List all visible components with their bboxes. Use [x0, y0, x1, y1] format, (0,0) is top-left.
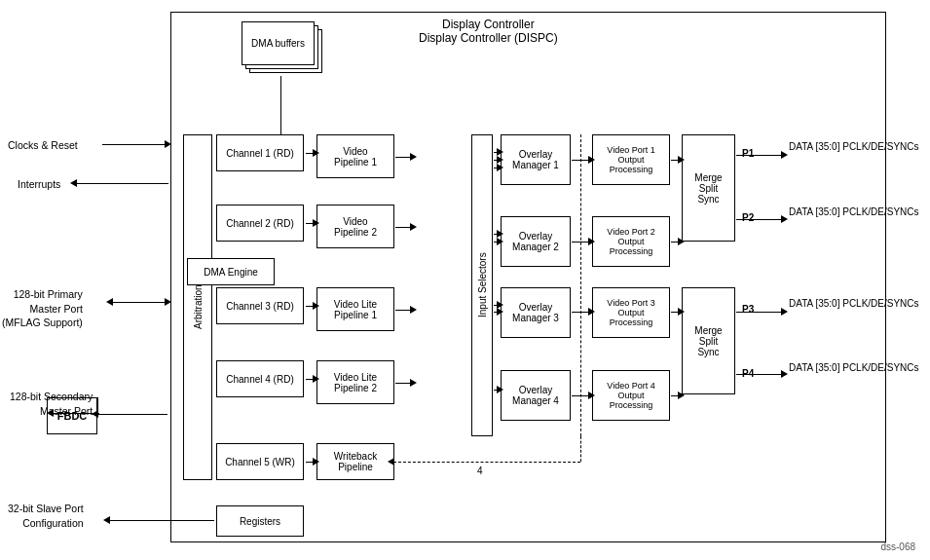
vport3-box: Video Port 3 Output Processing	[592, 287, 670, 338]
slave-port-label: 32-bit Slave PortConfiguration	[8, 502, 84, 530]
data-out3-label: DATA [35:0] PCLK/DE/SYNCs	[789, 298, 919, 309]
p2-output-line	[736, 219, 785, 220]
vlp2-to-is-arrow	[410, 379, 417, 387]
p4-arrow	[781, 370, 788, 378]
channel2-box: Channel 2 (RD)	[216, 205, 304, 242]
video-lite2-box: Video Lite Pipeline 2	[316, 360, 394, 404]
dma-arrow-line	[280, 76, 281, 136]
is-to-om4-arr	[497, 386, 503, 393]
ch1-to-vp1-arrow	[313, 149, 319, 157]
slave-line	[109, 520, 214, 521]
is-to-om2-arr1	[497, 238, 503, 245]
overlay3-box: Overlay Manager 3	[501, 287, 571, 338]
primary-port-label: 128-bit PrimaryMaster Port(MFLAG Support…	[2, 287, 83, 330]
is-to-om3-arr	[497, 308, 503, 316]
dashed-line-v	[580, 134, 581, 436]
om2-to-vp2-arr	[588, 238, 595, 245]
vport1-box: Video Port 1 Output Processing	[592, 134, 670, 185]
clocks-reset-label: Clocks & Reset	[8, 139, 78, 151]
channel5-box: Channel 5 (WR)	[216, 443, 304, 480]
p3-arrow	[781, 308, 788, 316]
video-pipeline1-box: Video Pipeline 1	[316, 134, 394, 178]
data-out2-label: DATA [35:0] PCLK/DE/SYNCs	[789, 206, 919, 217]
overlay2-box: Overlay Manager 2	[501, 216, 571, 267]
merge1-box: Merge Split Sync	[682, 134, 735, 242]
p1-label: P1	[742, 148, 754, 159]
ch3-to-vlp1-arrow	[313, 302, 319, 310]
primary-port-arrowhead-l	[106, 298, 113, 306]
interrupts-label: Interrupts	[18, 178, 60, 190]
slave-arrowhead	[103, 516, 110, 524]
vp4-to-m2-arr	[678, 392, 685, 399]
om1-to-vp1-arr	[588, 156, 595, 164]
p1-arrow	[781, 151, 788, 159]
secondary-v-line	[97, 397, 98, 417]
diagram-container: Display ControllerDisplay Controller (DI…	[0, 0, 930, 560]
interrupts-arrowhead	[70, 179, 77, 187]
writeback-dashed-h	[393, 462, 580, 463]
is-to-om1-arr3	[497, 164, 503, 171]
secondary-line	[97, 414, 167, 415]
om3-to-vp3-arr	[588, 308, 595, 316]
dma-engine-box: DMA Engine	[187, 258, 275, 285]
channel1-box: Channel 1 (RD)	[216, 134, 304, 171]
merge2-box: Merge Split Sync	[682, 287, 735, 394]
channel4-box: Channel 4 (RD)	[216, 360, 304, 397]
vp2-to-m1-arr	[678, 238, 685, 245]
clocks-arrowhead	[165, 140, 171, 148]
bus-width-label: 4	[477, 466, 483, 476]
video-lite1-box: Video Lite Pipeline 1	[316, 287, 394, 331]
overlay1-box: Overlay Manager 1	[501, 134, 571, 185]
overlay4-box: Overlay Manager 4	[501, 370, 571, 421]
primary-port-arrowhead-r	[165, 298, 171, 306]
is-to-om1-arr2	[497, 148, 503, 156]
is-to-om1-arr1	[497, 156, 503, 164]
interrupts-line	[76, 183, 168, 184]
vlp1-to-is-arrow	[410, 306, 417, 314]
vp3-to-m2-arr	[678, 308, 685, 316]
fbdc-line	[54, 413, 99, 414]
dma-buffers-box: DMA buffers	[242, 21, 315, 65]
writeback-box: Writeback Pipeline	[316, 443, 394, 480]
channel3-box: Channel 3 (RD)	[216, 287, 304, 324]
p2-label: P2	[742, 212, 754, 223]
ch5-to-wb-arrow	[313, 458, 319, 466]
dss-ref: dss-068	[880, 541, 915, 552]
is-to-om2-arr2	[497, 230, 503, 238]
p1-output-line	[736, 155, 785, 156]
data-out1-label: DATA [35:0] PCLK/DE/SYNCs	[789, 141, 919, 152]
om4-to-vp4-arr	[588, 392, 595, 399]
vp2-to-is-arrow	[410, 223, 417, 231]
p3-output-line	[736, 312, 785, 313]
video-pipeline2-box: Video Pipeline 2	[316, 205, 394, 248]
vport4-box: Video Port 4 Output Processing	[592, 370, 670, 421]
is-to-om3-arr2	[497, 301, 503, 309]
arbitration-box: Arbitration	[183, 134, 212, 480]
vport2-box: Video Port 2 Output Processing	[592, 216, 670, 267]
primary-port-line	[112, 302, 168, 303]
vp1-to-m1-arr	[678, 156, 685, 164]
dispc-title: Display ControllerDisplay Controller (DI…	[419, 18, 558, 45]
data-out4-label: DATA [35:0] PCLK/DE/SYNCs	[789, 362, 919, 373]
input-selectors-box: Input Selectors	[471, 134, 493, 436]
registers-box: Registers	[216, 505, 304, 537]
p2-arrow	[781, 215, 788, 223]
fbdc-arrowhead	[47, 409, 54, 417]
writeback-dashed-v	[580, 436, 581, 462]
p4-output-line	[736, 374, 785, 375]
ch2-to-vp2-arrow	[313, 219, 319, 227]
vp1-to-is-arrow	[410, 153, 417, 161]
writeback-arrowhead	[388, 458, 394, 466]
clocks-arrow-line	[102, 144, 168, 145]
ch4-to-vlp2-arrow	[313, 375, 319, 383]
p3-label: P3	[742, 304, 754, 315]
